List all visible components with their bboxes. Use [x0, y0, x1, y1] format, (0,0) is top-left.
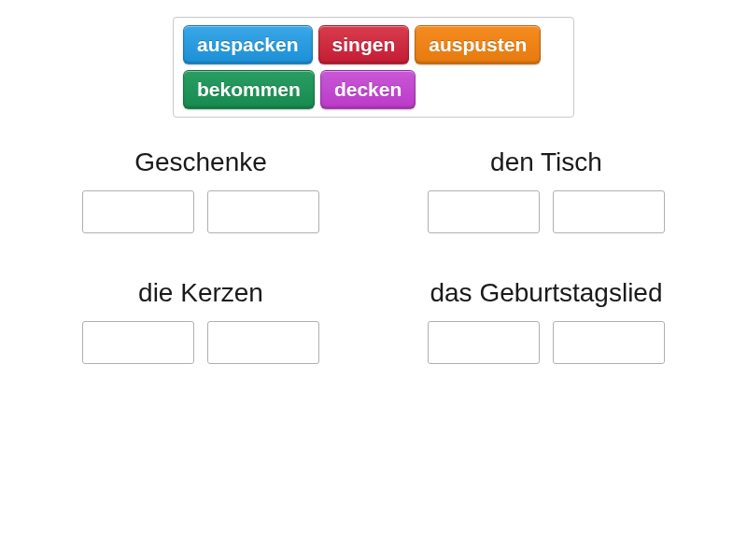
- drop-slot[interactable]: [207, 190, 319, 233]
- tile-bekommen[interactable]: bekommen: [183, 70, 315, 109]
- drop-row: [82, 190, 319, 233]
- drop-slot[interactable]: [82, 190, 194, 233]
- categories-grid: Geschenke den Tisch die Kerzen das Gebur…: [47, 147, 700, 364]
- category-das-geburtstagslied: das Geburtstagslied: [392, 278, 700, 364]
- category-die-kerzen: die Kerzen: [47, 278, 355, 364]
- drop-slot[interactable]: [553, 190, 665, 233]
- drop-slot[interactable]: [428, 321, 540, 364]
- drop-row: [428, 321, 665, 364]
- category-label: das Geburtstagslied: [430, 278, 662, 308]
- drop-slot[interactable]: [428, 190, 540, 233]
- tile-auspacken[interactable]: auspacken: [183, 25, 313, 64]
- tile-auspusten[interactable]: auspusten: [415, 25, 541, 64]
- tile-decken[interactable]: decken: [320, 70, 416, 109]
- category-label: den Tisch: [490, 147, 602, 177]
- drop-row: [428, 190, 665, 233]
- drop-slot[interactable]: [207, 321, 319, 364]
- drop-row: [82, 321, 319, 364]
- drop-slot[interactable]: [82, 321, 194, 364]
- category-label: Geschenke: [134, 147, 267, 177]
- category-label: die Kerzen: [138, 278, 263, 308]
- tile-singen[interactable]: singen: [318, 25, 410, 64]
- category-geschenke: Geschenke: [47, 147, 355, 233]
- word-bank: auspacken singen auspusten bekommen deck…: [173, 17, 574, 118]
- category-den-tisch: den Tisch: [392, 147, 700, 233]
- drop-slot[interactable]: [553, 321, 665, 364]
